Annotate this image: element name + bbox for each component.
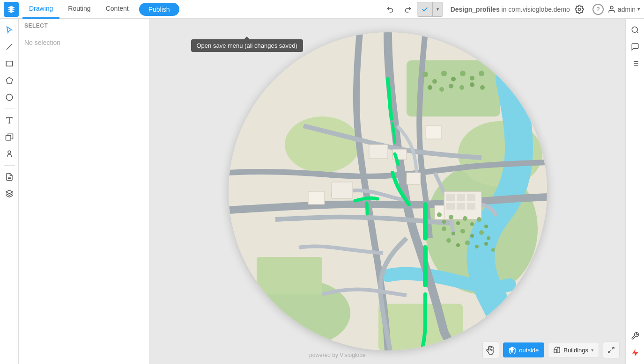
svg-point-36 [442, 220, 446, 224]
svg-line-2 [7, 44, 12, 50]
map-area[interactable]: Open save menu (all changes saved) [150, 19, 625, 364]
svg-point-63 [439, 87, 444, 92]
layers-tool[interactable] [2, 186, 17, 201]
no-selection-text: No selection [19, 33, 149, 52]
text-tool[interactable] [2, 113, 17, 128]
user-dropdown-icon: ▾ [637, 6, 640, 12]
user-menu-button[interactable]: admin ▾ [607, 5, 640, 14]
hand-tool-button[interactable] [482, 342, 499, 358]
svg-rect-29 [369, 145, 388, 159]
person-tool[interactable] [2, 146, 17, 161]
svg-point-50 [456, 243, 460, 247]
svg-rect-23 [457, 194, 465, 201]
list-button[interactable] [628, 56, 643, 71]
svg-point-55 [422, 72, 428, 77]
svg-point-1 [610, 6, 613, 9]
tab-routing[interactable]: Routing [61, 0, 97, 19]
project-info: Design_profiles in com.visioglobe.demo [451, 6, 570, 13]
svg-point-15 [285, 116, 360, 173]
svg-point-64 [449, 84, 453, 88]
help-button[interactable]: ? [592, 4, 604, 15]
fullscreen-button[interactable] [603, 342, 620, 358]
svg-marker-12 [6, 190, 13, 194]
svg-point-61 [479, 71, 484, 76]
chat-button[interactable] [628, 39, 643, 54]
svg-point-40 [470, 222, 474, 226]
svg-point-46 [470, 234, 474, 238]
svg-point-39 [463, 216, 467, 221]
svg-line-70 [612, 347, 614, 349]
line-tool[interactable] [2, 39, 17, 54]
publish-button[interactable]: Publish [139, 3, 179, 16]
svg-point-60 [470, 76, 474, 80]
svg-rect-27 [467, 203, 475, 210]
settings-button[interactable] [572, 2, 587, 17]
svg-marker-4 [6, 77, 13, 83]
svg-rect-20 [257, 257, 322, 294]
svg-point-54 [491, 248, 495, 252]
svg-rect-34 [407, 173, 421, 184]
svg-point-0 [578, 8, 580, 10]
svg-point-56 [432, 79, 437, 84]
svg-rect-22 [446, 194, 455, 201]
buildings-button[interactable]: Buildings ▾ [548, 342, 599, 358]
save-button-group: ▾ [417, 2, 443, 17]
outside-button[interactable]: outside [503, 342, 544, 357]
document-tool[interactable] [2, 169, 17, 184]
svg-point-44 [452, 232, 455, 235]
svg-rect-24 [467, 194, 475, 201]
svg-point-65 [459, 85, 464, 90]
pointer-tool[interactable] [2, 22, 17, 37]
map-footer: powered by Visioglobe [309, 352, 366, 358]
tab-content[interactable]: Content [99, 0, 135, 19]
svg-point-42 [484, 225, 488, 228]
svg-rect-32 [332, 182, 353, 198]
svg-rect-25 [446, 203, 455, 210]
main-area: SELECT No selection Open save menu (all … [0, 19, 644, 364]
svg-point-59 [460, 71, 466, 76]
tab-drawing[interactable]: Drawing [22, 0, 59, 19]
svg-point-37 [449, 215, 453, 219]
svg-rect-3 [6, 61, 13, 66]
svg-line-71 [608, 350, 611, 353]
svg-point-66 [470, 82, 474, 87]
svg-point-35 [437, 212, 442, 217]
circle-tool[interactable] [2, 90, 17, 105]
svg-point-53 [484, 242, 488, 246]
svg-rect-31 [425, 126, 442, 139]
redo-button[interactable] [400, 2, 415, 17]
svg-point-51 [465, 240, 470, 245]
svg-point-45 [460, 229, 465, 233]
side-panel: SELECT No selection [19, 19, 150, 364]
topbar-right: ? admin ▾ [592, 4, 640, 15]
search-button[interactable] [628, 22, 643, 37]
svg-point-9 [8, 151, 11, 153]
logo-button[interactable] [4, 2, 19, 17]
svg-marker-80 [632, 349, 638, 357]
svg-point-38 [456, 221, 460, 225]
svg-point-41 [477, 217, 481, 222]
map-svg [229, 32, 547, 350]
polygon-tool[interactable] [2, 73, 17, 88]
svg-point-62 [428, 85, 432, 90]
svg-point-57 [441, 71, 447, 76]
svg-point-43 [442, 226, 446, 231]
svg-point-52 [475, 245, 479, 248]
buildings-dropdown-icon: ▾ [591, 347, 594, 353]
save-tooltip: Open save menu (all changes saved) [191, 39, 303, 52]
chevron-down-icon: ▾ [437, 7, 439, 12]
save-dropdown-button[interactable]: ▾ [432, 2, 443, 17]
tool-divider-2 [4, 165, 15, 166]
wrench-button[interactable] [628, 328, 643, 343]
rectangle-tool[interactable] [2, 56, 17, 71]
undo-button[interactable] [383, 2, 398, 17]
svg-rect-26 [457, 203, 465, 210]
save-main-button[interactable] [417, 2, 432, 17]
3d-tool[interactable] [2, 130, 17, 145]
svg-point-67 [480, 85, 485, 90]
lightning-button[interactable] [628, 345, 643, 360]
left-toolbar [0, 19, 19, 364]
map-canvas[interactable] [229, 32, 547, 350]
svg-point-58 [451, 77, 456, 81]
svg-line-73 [637, 31, 638, 33]
